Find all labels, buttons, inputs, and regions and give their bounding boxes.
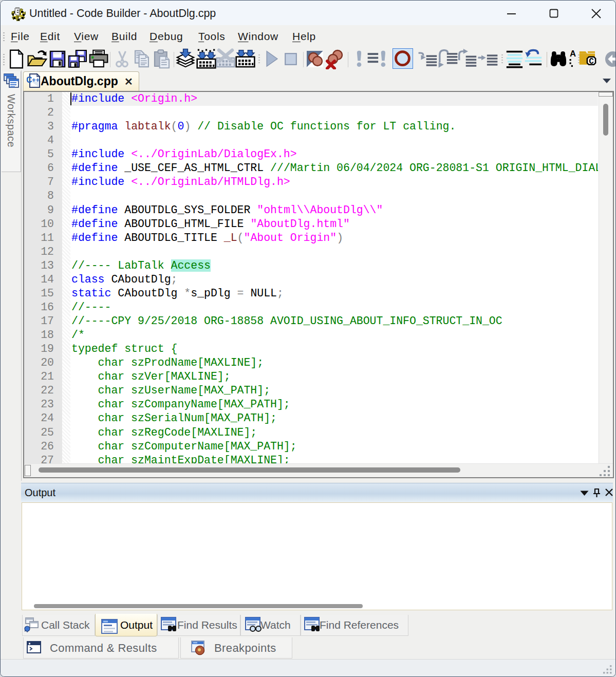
svg-text:++: ++	[32, 76, 40, 84]
svg-text:C: C	[589, 57, 594, 66]
svg-text:A: A	[570, 49, 576, 59]
